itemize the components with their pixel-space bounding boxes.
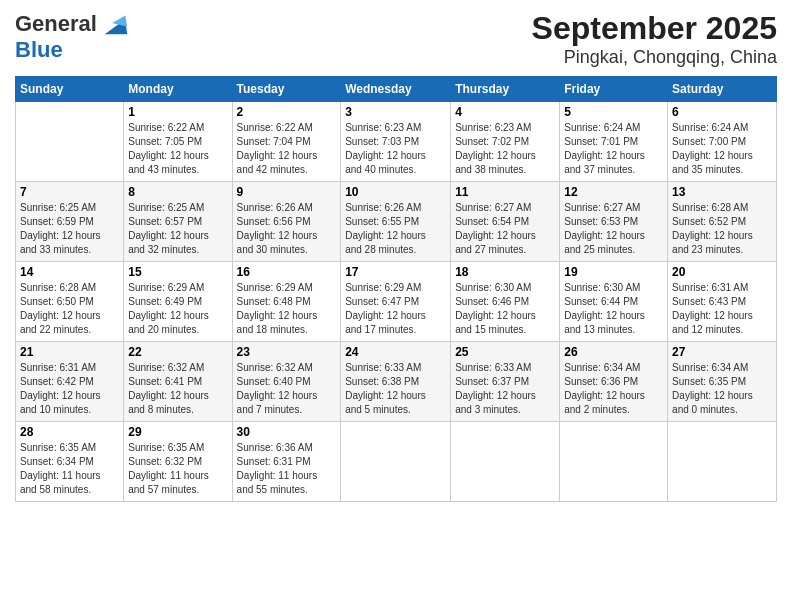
calendar-cell: 12Sunrise: 6:27 AM Sunset: 6:53 PM Dayli…	[560, 182, 668, 262]
day-detail: Sunrise: 6:29 AM Sunset: 6:48 PM Dayligh…	[237, 281, 337, 337]
day-detail: Sunrise: 6:26 AM Sunset: 6:56 PM Dayligh…	[237, 201, 337, 257]
calendar-week-row: 21Sunrise: 6:31 AM Sunset: 6:42 PM Dayli…	[16, 342, 777, 422]
day-detail: Sunrise: 6:28 AM Sunset: 6:50 PM Dayligh…	[20, 281, 119, 337]
calendar-cell: 11Sunrise: 6:27 AM Sunset: 6:54 PM Dayli…	[451, 182, 560, 262]
day-number: 14	[20, 265, 119, 279]
col-thursday: Thursday	[451, 77, 560, 102]
calendar-cell: 4Sunrise: 6:23 AM Sunset: 7:02 PM Daylig…	[451, 102, 560, 182]
calendar-cell: 23Sunrise: 6:32 AM Sunset: 6:40 PM Dayli…	[232, 342, 341, 422]
calendar-cell: 30Sunrise: 6:36 AM Sunset: 6:31 PM Dayli…	[232, 422, 341, 502]
day-detail: Sunrise: 6:29 AM Sunset: 6:49 PM Dayligh…	[128, 281, 227, 337]
calendar-cell	[341, 422, 451, 502]
day-number: 22	[128, 345, 227, 359]
day-number: 16	[237, 265, 337, 279]
day-number: 30	[237, 425, 337, 439]
day-number: 29	[128, 425, 227, 439]
calendar-cell: 22Sunrise: 6:32 AM Sunset: 6:41 PM Dayli…	[124, 342, 232, 422]
day-detail: Sunrise: 6:32 AM Sunset: 6:41 PM Dayligh…	[128, 361, 227, 417]
calendar-cell	[668, 422, 777, 502]
col-friday: Friday	[560, 77, 668, 102]
day-number: 26	[564, 345, 663, 359]
day-number: 20	[672, 265, 772, 279]
col-saturday: Saturday	[668, 77, 777, 102]
logo-blue-text: Blue	[15, 37, 63, 62]
day-detail: Sunrise: 6:31 AM Sunset: 6:43 PM Dayligh…	[672, 281, 772, 337]
day-detail: Sunrise: 6:27 AM Sunset: 6:53 PM Dayligh…	[564, 201, 663, 257]
calendar-cell: 10Sunrise: 6:26 AM Sunset: 6:55 PM Dayli…	[341, 182, 451, 262]
page-header: General Blue September 2025 Pingkai, Cho…	[15, 10, 777, 68]
calendar-cell: 16Sunrise: 6:29 AM Sunset: 6:48 PM Dayli…	[232, 262, 341, 342]
calendar-cell: 2Sunrise: 6:22 AM Sunset: 7:04 PM Daylig…	[232, 102, 341, 182]
calendar-cell: 25Sunrise: 6:33 AM Sunset: 6:37 PM Dayli…	[451, 342, 560, 422]
day-detail: Sunrise: 6:35 AM Sunset: 6:32 PM Dayligh…	[128, 441, 227, 497]
day-detail: Sunrise: 6:22 AM Sunset: 7:05 PM Dayligh…	[128, 121, 227, 177]
calendar-week-row: 1Sunrise: 6:22 AM Sunset: 7:05 PM Daylig…	[16, 102, 777, 182]
day-detail: Sunrise: 6:23 AM Sunset: 7:02 PM Dayligh…	[455, 121, 555, 177]
day-detail: Sunrise: 6:33 AM Sunset: 6:38 PM Dayligh…	[345, 361, 446, 417]
calendar-cell: 19Sunrise: 6:30 AM Sunset: 6:44 PM Dayli…	[560, 262, 668, 342]
day-number: 8	[128, 185, 227, 199]
calendar-cell: 6Sunrise: 6:24 AM Sunset: 7:00 PM Daylig…	[668, 102, 777, 182]
calendar-cell: 13Sunrise: 6:28 AM Sunset: 6:52 PM Dayli…	[668, 182, 777, 262]
day-detail: Sunrise: 6:32 AM Sunset: 6:40 PM Dayligh…	[237, 361, 337, 417]
title-block: September 2025 Pingkai, Chongqing, China	[532, 10, 777, 68]
day-detail: Sunrise: 6:30 AM Sunset: 6:44 PM Dayligh…	[564, 281, 663, 337]
calendar-cell: 3Sunrise: 6:23 AM Sunset: 7:03 PM Daylig…	[341, 102, 451, 182]
page-subtitle: Pingkai, Chongqing, China	[532, 47, 777, 68]
day-number: 24	[345, 345, 446, 359]
day-detail: Sunrise: 6:28 AM Sunset: 6:52 PM Dayligh…	[672, 201, 772, 257]
day-detail: Sunrise: 6:33 AM Sunset: 6:37 PM Dayligh…	[455, 361, 555, 417]
day-number: 11	[455, 185, 555, 199]
day-detail: Sunrise: 6:25 AM Sunset: 6:59 PM Dayligh…	[20, 201, 119, 257]
calendar-cell: 1Sunrise: 6:22 AM Sunset: 7:05 PM Daylig…	[124, 102, 232, 182]
col-sunday: Sunday	[16, 77, 124, 102]
day-detail: Sunrise: 6:29 AM Sunset: 6:47 PM Dayligh…	[345, 281, 446, 337]
logo-icon	[101, 10, 129, 38]
calendar-cell: 7Sunrise: 6:25 AM Sunset: 6:59 PM Daylig…	[16, 182, 124, 262]
day-detail: Sunrise: 6:26 AM Sunset: 6:55 PM Dayligh…	[345, 201, 446, 257]
day-detail: Sunrise: 6:24 AM Sunset: 7:01 PM Dayligh…	[564, 121, 663, 177]
calendar-cell: 15Sunrise: 6:29 AM Sunset: 6:49 PM Dayli…	[124, 262, 232, 342]
day-detail: Sunrise: 6:30 AM Sunset: 6:46 PM Dayligh…	[455, 281, 555, 337]
day-number: 28	[20, 425, 119, 439]
day-detail: Sunrise: 6:35 AM Sunset: 6:34 PM Dayligh…	[20, 441, 119, 497]
day-detail: Sunrise: 6:24 AM Sunset: 7:00 PM Dayligh…	[672, 121, 772, 177]
calendar-cell: 24Sunrise: 6:33 AM Sunset: 6:38 PM Dayli…	[341, 342, 451, 422]
day-detail: Sunrise: 6:23 AM Sunset: 7:03 PM Dayligh…	[345, 121, 446, 177]
calendar-cell: 9Sunrise: 6:26 AM Sunset: 6:56 PM Daylig…	[232, 182, 341, 262]
day-number: 9	[237, 185, 337, 199]
day-detail: Sunrise: 6:34 AM Sunset: 6:35 PM Dayligh…	[672, 361, 772, 417]
calendar-cell: 27Sunrise: 6:34 AM Sunset: 6:35 PM Dayli…	[668, 342, 777, 422]
calendar-cell	[16, 102, 124, 182]
day-number: 21	[20, 345, 119, 359]
calendar-cell: 28Sunrise: 6:35 AM Sunset: 6:34 PM Dayli…	[16, 422, 124, 502]
logo-general-text: General	[15, 11, 97, 36]
calendar-cell: 18Sunrise: 6:30 AM Sunset: 6:46 PM Dayli…	[451, 262, 560, 342]
day-number: 3	[345, 105, 446, 119]
day-number: 25	[455, 345, 555, 359]
col-wednesday: Wednesday	[341, 77, 451, 102]
day-number: 7	[20, 185, 119, 199]
col-monday: Monday	[124, 77, 232, 102]
calendar-cell	[560, 422, 668, 502]
day-number: 23	[237, 345, 337, 359]
day-detail: Sunrise: 6:22 AM Sunset: 7:04 PM Dayligh…	[237, 121, 337, 177]
day-number: 5	[564, 105, 663, 119]
day-number: 6	[672, 105, 772, 119]
day-number: 18	[455, 265, 555, 279]
day-number: 27	[672, 345, 772, 359]
calendar-table: Sunday Monday Tuesday Wednesday Thursday…	[15, 76, 777, 502]
calendar-cell: 20Sunrise: 6:31 AM Sunset: 6:43 PM Dayli…	[668, 262, 777, 342]
day-detail: Sunrise: 6:31 AM Sunset: 6:42 PM Dayligh…	[20, 361, 119, 417]
calendar-cell: 8Sunrise: 6:25 AM Sunset: 6:57 PM Daylig…	[124, 182, 232, 262]
calendar-cell: 29Sunrise: 6:35 AM Sunset: 6:32 PM Dayli…	[124, 422, 232, 502]
day-number: 19	[564, 265, 663, 279]
calendar-cell: 5Sunrise: 6:24 AM Sunset: 7:01 PM Daylig…	[560, 102, 668, 182]
day-number: 13	[672, 185, 772, 199]
day-detail: Sunrise: 6:25 AM Sunset: 6:57 PM Dayligh…	[128, 201, 227, 257]
calendar-week-row: 14Sunrise: 6:28 AM Sunset: 6:50 PM Dayli…	[16, 262, 777, 342]
calendar-cell: 14Sunrise: 6:28 AM Sunset: 6:50 PM Dayli…	[16, 262, 124, 342]
day-detail: Sunrise: 6:27 AM Sunset: 6:54 PM Dayligh…	[455, 201, 555, 257]
day-detail: Sunrise: 6:34 AM Sunset: 6:36 PM Dayligh…	[564, 361, 663, 417]
day-number: 2	[237, 105, 337, 119]
